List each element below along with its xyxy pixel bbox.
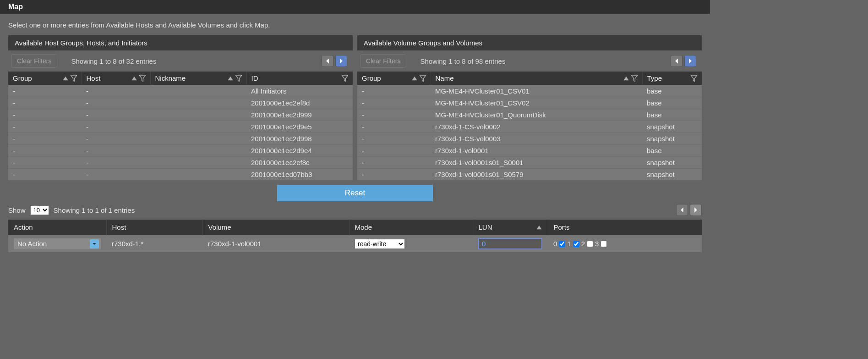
hosts-prev-page-button[interactable]	[322, 55, 333, 67]
hosts-cell-host: -	[82, 109, 150, 121]
volumes-prev-page-button[interactable]	[671, 55, 682, 67]
volumes-cell-name: MG-ME4-HVCluster01_CSV02	[431, 97, 642, 109]
map-prev-page-button[interactable]	[676, 204, 688, 216]
volumes-row[interactable]: -MG-ME4-HVCluster01_CSV01base	[357, 85, 702, 97]
filter-icon[interactable]	[235, 75, 242, 82]
port-checkbox-3[interactable]	[601, 241, 607, 247]
volumes-row[interactable]: -r730xd-1-vol0001s01_S0579snapshot	[357, 169, 702, 181]
volumes-row[interactable]: -r730xd-1-vol0001base	[357, 145, 702, 157]
hosts-table: Group Host	[8, 72, 353, 180]
action-value: No Action	[17, 240, 47, 248]
volumes-col-type[interactable]: Type	[642, 72, 702, 85]
hosts-cell-nickname	[150, 133, 246, 145]
port-label: 2	[581, 240, 585, 248]
filter-icon[interactable]	[342, 75, 348, 82]
hosts-row[interactable]: --2001000e1ec2d9e4	[8, 145, 353, 157]
hosts-col-nickname[interactable]: Nickname	[150, 72, 246, 85]
volumes-row[interactable]: -r730xd-1-CS-vol0002snapshot	[357, 121, 702, 133]
hosts-row[interactable]: --2001000e1ec2d998	[8, 133, 353, 145]
volumes-next-page-button[interactable]	[684, 55, 696, 67]
instruction-text: Select one or more entries from Availabl…	[0, 14, 710, 35]
volumes-col-name[interactable]: Name	[431, 72, 642, 85]
hosts-clear-filters-button[interactable]: Clear Filters	[11, 54, 57, 68]
show-label: Show	[8, 206, 26, 214]
map-col-ports[interactable]: Ports	[548, 220, 702, 235]
volumes-cell-name: r730xd-1-CS-vol0003	[431, 133, 642, 145]
show-count-select[interactable]: 10	[30, 205, 49, 215]
filter-icon[interactable]	[420, 75, 426, 82]
map-col-mode[interactable]: Mode	[349, 220, 473, 235]
mapping-header-row: Action Host Volume Mode LUN Ports	[8, 220, 702, 235]
volumes-col-group[interactable]: Group	[357, 72, 431, 85]
volumes-cell-type: base	[642, 109, 702, 121]
filter-icon[interactable]	[631, 75, 638, 82]
col-label: LUN	[479, 223, 492, 231]
hosts-cell-host: -	[82, 145, 150, 157]
hosts-cell-id: 2001000e1ec2ef8d	[246, 97, 353, 109]
hosts-showing-text: Showing 1 to 8 of 32 entries	[71, 57, 308, 65]
hosts-cell-nickname	[150, 109, 246, 121]
hosts-next-page-button[interactable]	[335, 55, 347, 67]
hosts-col-host[interactable]: Host	[82, 72, 150, 85]
hosts-cell-host: -	[82, 85, 150, 97]
action-dropdown[interactable]: No Action	[14, 238, 101, 249]
hosts-row[interactable]: --2001000e1ec2ef8c	[8, 157, 353, 169]
map-col-action[interactable]: Action	[8, 220, 106, 235]
volumes-row[interactable]: -MG-ME4-HVCluster01_QuorumDiskbase	[357, 109, 702, 121]
volumes-cell-group: -	[357, 109, 431, 121]
col-label: Host	[112, 223, 126, 231]
sort-asc-icon	[536, 224, 542, 231]
col-label: Name	[436, 74, 623, 82]
port-label: 0	[553, 240, 557, 248]
map-col-volume[interactable]: Volume	[202, 220, 349, 235]
mode-select[interactable]: read-write	[355, 239, 405, 249]
reset-button[interactable]: Reset	[277, 185, 433, 201]
hosts-cell-host: -	[82, 133, 150, 145]
map-col-lun[interactable]: LUN	[473, 220, 548, 235]
hosts-col-id[interactable]: ID	[246, 72, 353, 85]
sort-asc-icon	[131, 75, 137, 82]
hosts-cell-id: 2001000e1ec2d9e4	[246, 145, 353, 157]
hosts-cell-group: -	[8, 157, 82, 169]
mapping-row[interactable]: No Action r730xd-1.* r730xd-1-vol0001 re…	[8, 235, 702, 253]
map-col-host[interactable]: Host	[106, 220, 202, 235]
sort-asc-icon	[623, 75, 629, 82]
hosts-row[interactable]: --All Initiators	[8, 85, 353, 97]
hosts-cell-id: 2001000e1ec2d999	[246, 109, 353, 121]
hosts-header-row: Group Host	[8, 72, 353, 85]
hosts-cell-id: 2001000e1ec2ef8c	[246, 157, 353, 169]
lun-input[interactable]	[478, 238, 542, 249]
hosts-cell-group: -	[8, 85, 82, 97]
port-checkbox-1[interactable]	[573, 241, 579, 247]
map-next-page-button[interactable]	[690, 204, 702, 216]
col-label: Nickname	[155, 74, 227, 82]
volumes-cell-group: -	[357, 121, 431, 133]
volumes-row[interactable]: -MG-ME4-HVCluster01_CSV02base	[357, 97, 702, 109]
volumes-clear-filters-button[interactable]: Clear Filters	[360, 54, 406, 68]
volumes-cell-name: r730xd-1-vol0001s01_S0579	[431, 169, 642, 181]
filter-icon[interactable]	[691, 75, 697, 82]
hosts-cell-id: 2001000e1ec2d9e5	[246, 121, 353, 133]
col-label: Type	[647, 74, 691, 82]
volumes-row[interactable]: -r730xd-1-CS-vol0003snapshot	[357, 133, 702, 145]
hosts-row[interactable]: --2001000e1ec2d9e5	[8, 121, 353, 133]
hosts-row[interactable]: --2001000e1ec2ef8d	[8, 97, 353, 109]
map-volume-cell: r730xd-1-vol0001	[202, 235, 349, 253]
hosts-cell-group: -	[8, 97, 82, 109]
volumes-cell-group: -	[357, 157, 431, 169]
volumes-cell-type: base	[642, 145, 702, 157]
col-label: Group	[362, 74, 411, 82]
port-checkbox-2[interactable]	[587, 241, 593, 247]
page-title: Map	[0, 0, 710, 14]
col-label: Volume	[208, 223, 231, 231]
volumes-table: Group Name	[357, 72, 702, 180]
filter-icon[interactable]	[139, 75, 146, 82]
volumes-row[interactable]: -r730xd-1-vol0001s01_S0001snapshot	[357, 157, 702, 169]
volumes-cell-name: MG-ME4-HVCluster01_CSV01	[431, 85, 642, 97]
hosts-row[interactable]: --2001000e1ed07bb3	[8, 169, 353, 181]
filter-icon[interactable]	[71, 75, 77, 82]
hosts-col-group[interactable]: Group	[8, 72, 82, 85]
port-checkbox-0[interactable]	[559, 241, 565, 247]
hosts-row[interactable]: --2001000e1ec2d999	[8, 109, 353, 121]
chevron-down-icon	[90, 239, 99, 249]
